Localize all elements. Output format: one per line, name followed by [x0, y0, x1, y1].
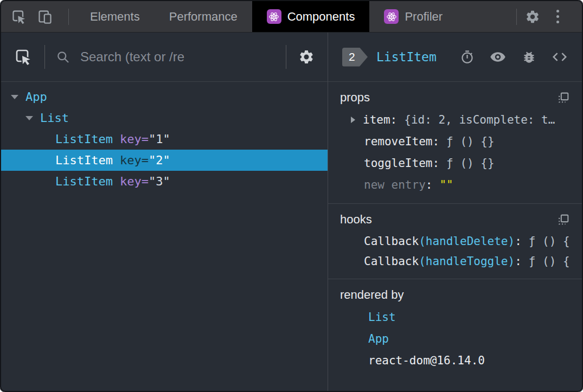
section-title: props — [340, 91, 370, 105]
key-value: "2" — [149, 153, 170, 167]
component-name: ListItem — [55, 132, 113, 146]
device-toolbar-button[interactable] — [36, 8, 54, 26]
stopwatch-icon — [460, 50, 475, 65]
hook-name: Callback — [364, 255, 419, 268]
selected-component-title: ListItem — [376, 50, 437, 64]
props-section-head: props — [340, 91, 570, 105]
details-pane: 2 ListItem — [328, 33, 582, 391]
colon: : — [515, 235, 522, 248]
section-title: hooks — [340, 213, 372, 227]
bug-icon — [522, 50, 536, 65]
chevron-down-icon[interactable] — [25, 116, 33, 120]
suspend-toggle-button[interactable] — [459, 49, 475, 65]
tab-profiler[interactable]: Profiler — [369, 1, 457, 32]
key-value: "1" — [149, 132, 170, 146]
tab-performance[interactable]: Performance — [155, 1, 252, 32]
tab-label: Components — [287, 10, 355, 24]
component-name: ListItem — [55, 153, 113, 167]
tree-row-app[interactable]: App — [1, 86, 328, 107]
copy-hooks-button[interactable] — [556, 213, 570, 227]
prop-value: ƒ () {} — [446, 157, 495, 170]
tab-label: Elements — [90, 10, 140, 24]
rendered-by-item[interactable]: App — [340, 328, 570, 350]
hooks-section: hooks Callback(handleDelete): ƒ () {} Ca… — [328, 204, 582, 279]
chevron-down-icon[interactable] — [11, 95, 18, 99]
owner-index-badge: 2 — [342, 48, 368, 67]
tree-row-listitem-2-selected[interactable]: ListItem key= "2" — [1, 150, 328, 171]
tree-row-listitem-1[interactable]: ListItem key= "1" — [1, 128, 328, 150]
component-name: List — [40, 111, 69, 125]
components-panel: App List ListItem key= "1" ListItem key=… — [1, 33, 582, 391]
props-section: props item: {id: 2, isComplete: t… remov… — [328, 82, 582, 204]
tab-label: Performance — [169, 10, 238, 24]
gear-icon — [525, 9, 540, 24]
hook-callback-name: (handleToggle) — [419, 255, 515, 268]
key-value: "3" — [149, 175, 170, 188]
new-entry-name[interactable]: new entry — [364, 178, 426, 191]
rendered-by-item[interactable]: List — [340, 306, 570, 328]
kebab-dot — [556, 21, 559, 23]
topbar-right-icons — [510, 1, 582, 32]
eye-icon — [490, 49, 506, 65]
search-icon — [56, 50, 71, 65]
tree-row-list[interactable]: List — [1, 107, 328, 128]
hook-name: Callback — [364, 235, 419, 248]
owner-link-list[interactable]: List — [368, 311, 396, 324]
copy-props-button[interactable] — [556, 91, 570, 105]
key-attribute: key= — [120, 153, 149, 167]
component-tree: App List ListItem key= "1" ListItem key=… — [1, 82, 328, 391]
tree-toolbar — [1, 33, 328, 82]
devtools-window: Elements Performance Components — [0, 0, 583, 392]
section-title: rendered by — [340, 288, 403, 302]
colon: : — [432, 157, 439, 170]
settings-gear-button[interactable] — [523, 8, 542, 26]
rendered-by-item: react-dom@16.14.0 — [340, 350, 570, 371]
select-element-button[interactable] — [13, 47, 34, 67]
details-header-actions — [459, 49, 568, 65]
tree-row-listitem-3[interactable]: ListItem key= "3" — [1, 171, 328, 192]
device-toolbar-icon — [37, 9, 53, 24]
rendered-by-section: rendered by List App react-dom@16.14.0 — [328, 279, 582, 391]
copy-icon — [556, 213, 570, 227]
colon: : — [426, 178, 433, 191]
key-attribute: key= — [120, 175, 149, 188]
view-settings-button[interactable] — [297, 48, 316, 66]
copy-icon — [556, 91, 570, 105]
prop-name: removeItem — [364, 135, 432, 148]
key-attribute: key= — [120, 132, 149, 146]
prop-value: ƒ () {} — [446, 135, 495, 148]
view-source-button[interactable] — [552, 49, 568, 65]
more-options-button[interactable] — [549, 8, 566, 26]
prop-row-toggleitem: toggleItem: ƒ () {} — [340, 152, 570, 174]
search-area — [56, 49, 275, 65]
search-input[interactable] — [79, 49, 264, 65]
code-brackets-icon — [552, 49, 568, 65]
renderer-version: react-dom@16.14.0 — [368, 354, 485, 367]
log-to-console-button[interactable] — [521, 49, 537, 65]
tab-components[interactable]: Components — [252, 1, 370, 32]
inspect-element-button[interactable] — [10, 8, 28, 26]
prop-row-item[interactable]: item: {id: 2, isComplete: t… — [340, 109, 570, 131]
prop-row-removeitem: removeItem: ƒ () {} — [340, 131, 570, 152]
hook-row-handledelete: Callback(handleDelete): ƒ () {} — [340, 231, 570, 251]
toolbar-divider — [286, 45, 286, 69]
colon: : — [432, 135, 439, 148]
inspect-cursor-icon — [15, 48, 32, 66]
inspect-dom-button[interactable] — [490, 49, 506, 65]
gear-icon — [298, 49, 315, 65]
hook-value: ƒ () {} — [529, 235, 570, 248]
topbar-divider — [516, 9, 517, 25]
chevron-right-icon[interactable] — [351, 117, 355, 123]
rendered-by-head: rendered by — [340, 288, 570, 302]
toolbar-divider — [44, 45, 45, 69]
hooks-section-head: hooks — [340, 213, 570, 227]
prop-value: {id: 2, isComplete: t… — [404, 113, 555, 126]
topbar-divider — [68, 9, 69, 25]
new-entry-value[interactable]: "" — [439, 178, 453, 191]
prop-name: toggleItem — [364, 157, 432, 170]
component-name: ListItem — [55, 175, 113, 188]
tab-elements[interactable]: Elements — [75, 1, 155, 32]
tree-pane: App List ListItem key= "1" ListItem key=… — [1, 33, 328, 391]
prop-row-new-entry[interactable]: new entry: "" — [340, 174, 570, 196]
owner-link-app[interactable]: App — [368, 332, 389, 345]
